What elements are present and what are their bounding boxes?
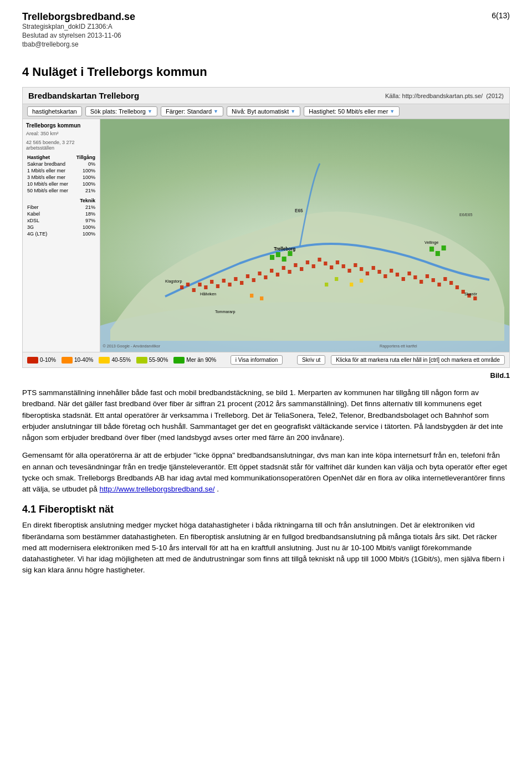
svg-rect-46	[449, 281, 453, 285]
map-sidebar: Trelleborgs kommun Areal: 350 km² 42 565…	[23, 119, 100, 352]
svg-rect-25	[324, 262, 327, 265]
svg-rect-10	[234, 277, 237, 281]
svg-rect-5	[204, 285, 207, 289]
map-footer: 0-10% 10-40% 40-55% 55-90% Mer än 90% i …	[23, 352, 509, 367]
svg-rect-3	[192, 288, 196, 292]
svg-rect-27	[336, 260, 339, 264]
page-number: 6(13)	[492, 11, 510, 20]
table-row: xDSL97%	[26, 217, 96, 224]
svg-rect-54	[288, 251, 292, 256]
website-link[interactable]: http://www.trelleborgsbredband.se/	[100, 485, 215, 493]
svg-text:E65: E65	[295, 208, 303, 214]
svg-text:Tommararp: Tommararp	[215, 309, 235, 314]
svg-rect-1	[180, 285, 183, 289]
map-source: Källa: http://bredbandskartan.pts.se/ (2…	[385, 93, 504, 99]
svg-rect-6	[210, 280, 213, 284]
toolbar-btn-farger[interactable]: Färger: Standard ▼	[161, 106, 223, 116]
svg-rect-19	[288, 270, 291, 274]
table-row: 10 Mbit/s eller mer100%	[26, 181, 96, 187]
svg-rect-12	[246, 274, 249, 278]
svg-rect-33	[372, 266, 375, 270]
table-row: 1 Mbit/s eller mer100%	[26, 167, 96, 174]
svg-rect-61	[360, 279, 363, 283]
sidebar-area: Areal: 350 km²	[26, 131, 96, 136]
toolbar-btn-hastighet[interactable]: hastighetskartan	[27, 106, 82, 116]
legend-over-90: Mer än 90%	[173, 357, 216, 364]
map-visual-area[interactable]: Trelleborg Vellinge Hållviken Skanör Kla…	[100, 119, 509, 352]
legend-0-10: 0-10%	[27, 357, 56, 364]
markera-ruta-button[interactable]: Klicka för att markera ruta eller håll i…	[331, 355, 505, 365]
svg-rect-38	[402, 277, 405, 281]
legend-label: 0-10%	[40, 357, 56, 363]
visa-information-button[interactable]: i Visa information	[231, 355, 283, 365]
svg-rect-63	[335, 277, 338, 281]
chevron-down-icon: ▼	[390, 109, 395, 114]
table-row: 4G (LTE)100%	[26, 231, 96, 237]
legend-label: 40-55%	[111, 357, 130, 363]
table-row: 50 Mbit/s eller mer21%	[26, 187, 96, 194]
svg-rect-13	[252, 278, 255, 282]
svg-text:Rapportera ett kartfel: Rapportera ett kartfel	[380, 344, 417, 349]
svg-rect-18	[282, 266, 285, 270]
svg-rect-14	[258, 272, 261, 275]
sidebar-speed-table: Hastighet Tillgång Saknar bredband0% 1 M…	[26, 154, 96, 194]
svg-rect-17	[276, 273, 279, 277]
svg-rect-32	[366, 272, 369, 275]
svg-rect-29	[347, 269, 351, 273]
paragraph-1: PTS sammanställning innehåller både fast…	[22, 387, 510, 443]
toolbar-btn-niva[interactable]: Nivå: Byt automatiskt ▼	[227, 106, 300, 116]
svg-rect-45	[443, 277, 447, 281]
svg-rect-53	[282, 257, 287, 262]
section41-text: En direkt fiberoptisk anslutning medger …	[22, 520, 510, 576]
svg-text:Klagstorp: Klagstorp	[165, 279, 182, 284]
svg-rect-50	[473, 296, 477, 300]
svg-rect-37	[396, 273, 399, 277]
svg-rect-36	[390, 269, 393, 273]
toolbar-btn-hastighet2[interactable]: Hastighet: 50 Mbit/s eller mer ▼	[304, 106, 400, 116]
svg-rect-41	[420, 280, 423, 284]
table-row: Kabel18%	[26, 211, 96, 217]
legend-color-lime	[136, 357, 147, 364]
svg-rect-35	[383, 274, 387, 278]
toolbar-btn-sokplats[interactable]: Sök plats: Trelleborg ▼	[85, 106, 157, 116]
svg-rect-44	[437, 283, 441, 286]
section41-heading: 4.1 Fiberoptiskt nät	[22, 504, 510, 515]
svg-rect-4	[198, 283, 201, 286]
table-row: Saknar bredband0%	[26, 161, 96, 167]
legend-color-orange	[62, 357, 73, 364]
svg-text:Vellinge: Vellinge	[424, 240, 438, 245]
sidebar-pop: 42 565 boende, 3 272 arbetsställen	[26, 140, 96, 151]
svg-rect-31	[360, 267, 363, 271]
svg-rect-23	[312, 264, 315, 268]
svg-rect-8	[222, 279, 226, 283]
svg-rect-16	[270, 269, 273, 273]
table-row: Fiber21%	[26, 204, 96, 211]
svg-rect-57	[442, 245, 446, 250]
svg-rect-30	[354, 263, 357, 267]
svg-rect-42	[426, 274, 429, 278]
skriv-ut-button[interactable]: Skriv ut	[297, 355, 325, 365]
svg-rect-22	[306, 260, 309, 264]
contact-email: tbab@trelleborg.se	[22, 40, 135, 48]
svg-text:E6/E65: E6/E65	[459, 212, 473, 217]
svg-rect-47	[456, 285, 459, 289]
svg-rect-56	[436, 251, 440, 256]
svg-rect-52	[276, 252, 280, 257]
legend-55-90: 55-90%	[136, 357, 168, 364]
map-toolbar: hastighetskartan Sök plats: Trelleborg ▼…	[23, 104, 509, 119]
section4-heading: 4 Nuläget i Trelleborgs kommun	[22, 65, 510, 79]
svg-rect-7	[216, 284, 219, 288]
svg-rect-20	[294, 263, 297, 267]
svg-rect-59	[260, 296, 263, 300]
chevron-down-icon: ▼	[147, 109, 152, 114]
decision-date: Beslutad av styrelsen 2013-11-06	[22, 32, 135, 39]
svg-text:Skanör: Skanör	[464, 291, 477, 296]
svg-rect-28	[342, 264, 345, 268]
svg-rect-21	[300, 267, 303, 271]
legend-color-yellow	[99, 357, 110, 364]
svg-text:© 2013 Google - Användarvillko: © 2013 Google - Användarvillkor	[103, 344, 161, 349]
svg-text:Hållviken: Hållviken	[200, 291, 216, 296]
table-row: 3G100%	[26, 224, 96, 231]
site-title: Trelleborgsbredband.se	[22, 11, 135, 23]
svg-rect-39	[407, 272, 411, 275]
